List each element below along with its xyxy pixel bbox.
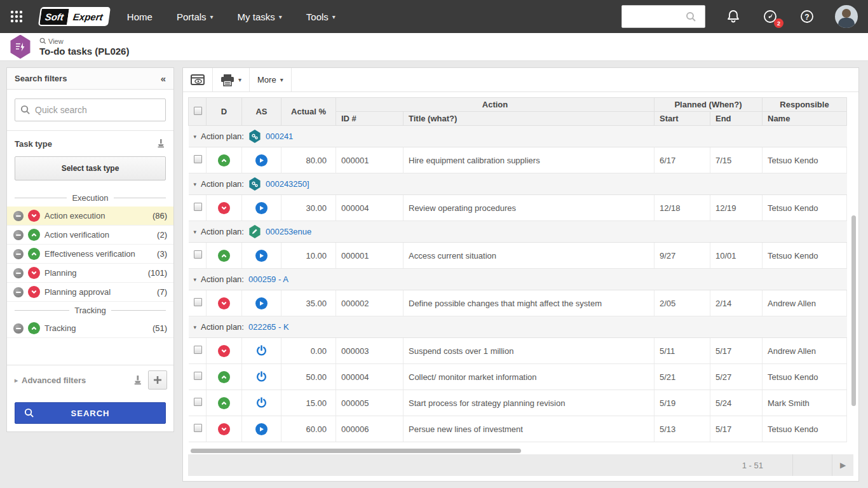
col-header-title[interactable]: Title (what?) (403, 112, 654, 126)
action-plan-link[interactable]: 000253enue (266, 227, 311, 236)
activate-power-icon[interactable] (255, 344, 268, 356)
search-filters-panel: Search filters « Task type Select task t… (6, 67, 174, 432)
page-header: View To-do tasks (PL026) (0, 33, 868, 61)
collapse-group-icon[interactable]: ▾ (194, 324, 197, 330)
action-plan-link[interactable]: 022265 - K (248, 322, 289, 332)
filter-item-action-execution[interactable]: Action execution(86) (7, 207, 173, 226)
collapse-group-icon[interactable]: ▾ (194, 229, 197, 235)
row-checkbox[interactable] (194, 398, 202, 406)
advanced-filters-toggle[interactable]: ▸ Advanced filters (15, 376, 127, 385)
col-header-end[interactable]: End (710, 112, 762, 126)
task-title: Hire equipment calibration suppliers (403, 147, 654, 173)
notifications-bell-icon[interactable] (724, 8, 742, 25)
filter-item-effectiveness-verification[interactable]: Effectiveness verification(3) (7, 245, 173, 264)
col-header-start[interactable]: Start (654, 112, 710, 126)
action-plan-link[interactable]: 000243250] (266, 179, 309, 189)
action-plan-link[interactable]: 000241 (266, 132, 293, 141)
execute-play-icon[interactable] (255, 202, 268, 214)
col-header-d[interactable]: D (207, 98, 242, 126)
execute-play-icon[interactable] (255, 250, 268, 262)
responsible-name: Tetsuo Kendo (763, 364, 847, 390)
col-header-action[interactable]: Action (336, 98, 654, 112)
more-button[interactable]: More ▾ (250, 68, 292, 92)
filter-item-planning[interactable]: Planning(101) (7, 264, 173, 283)
print-button[interactable]: ▾ (213, 68, 250, 92)
row-checkbox[interactable] (194, 346, 202, 354)
user-avatar[interactable] (835, 5, 858, 28)
planned-start: 12/18 (654, 195, 710, 221)
nav-item-home[interactable]: Home (127, 11, 153, 22)
action-plan-link[interactable]: 000259 - A (248, 274, 288, 284)
view-data-button[interactable] (183, 68, 213, 92)
caret-down-icon: ▾ (280, 76, 283, 83)
next-page-button[interactable]: ▶ (832, 454, 853, 476)
task-title: Persue new lines of investment (403, 416, 654, 442)
activate-power-icon[interactable] (255, 370, 268, 383)
row-checkbox[interactable] (194, 424, 202, 432)
execute-play-icon[interactable] (255, 423, 268, 435)
task-row: 60.00000006Persue new lines of investmen… (189, 416, 847, 442)
filter-item-planning-approval[interactable]: Planning approval(7) (7, 283, 173, 302)
nav-item-portals[interactable]: Portals▾ (177, 11, 214, 22)
nav-item-tools[interactable]: Tools▾ (306, 11, 336, 22)
task-row: 35.00000002Define possible changes that … (189, 290, 847, 316)
col-header-id[interactable]: ID # (336, 112, 403, 126)
actual-percent: 30.00 (281, 195, 336, 221)
actual-percent: 15.00 (281, 390, 336, 416)
tasks-table: D AS Actual % Action Planned (When?) Res… (188, 97, 847, 442)
add-filter-button[interactable] (148, 370, 167, 390)
trend-up-icon (28, 229, 40, 241)
col-header-actual[interactable]: Actual % (281, 98, 336, 126)
execute-play-icon[interactable] (255, 154, 268, 166)
trend-down-icon (218, 297, 230, 309)
actual-percent: 35.00 (281, 290, 336, 316)
col-header-name[interactable]: Name (763, 112, 847, 126)
trend-up-icon (218, 250, 230, 262)
row-checkbox[interactable] (194, 203, 202, 211)
pending-tasks-icon[interactable]: 2 (761, 8, 779, 25)
page-title: To-do tasks (PL026) (39, 46, 129, 57)
clear-filter-icon[interactable] (132, 375, 143, 386)
quick-search-input[interactable] (35, 105, 160, 115)
help-icon[interactable]: ? (798, 8, 816, 25)
horizontal-scrollbar[interactable] (191, 449, 521, 453)
filter-item-action-verification[interactable]: Action verification(2) (7, 226, 173, 245)
collapse-group-icon[interactable]: ▾ (194, 181, 197, 187)
collapse-group-icon[interactable]: ▾ (194, 276, 197, 283)
action-plan-group-row[interactable]: ▾ Action plan: 000243250] (189, 173, 847, 195)
task-id: 000001 (336, 147, 403, 173)
pending-count-badge: 2 (774, 18, 783, 28)
planned-end: 5/24 (710, 390, 762, 416)
navbar-menu: HomePortals▾My tasks▾Tools▾ (127, 11, 336, 22)
minus-circle-icon (13, 249, 24, 259)
activate-power-icon[interactable] (255, 396, 268, 409)
execute-play-icon[interactable] (255, 297, 268, 309)
apps-grid-icon[interactable] (0, 0, 33, 33)
row-checkbox[interactable] (194, 372, 202, 380)
action-plan-group-row[interactable]: ▾ Action plan: 000253enue (189, 221, 847, 243)
col-header-as[interactable]: AS (242, 98, 281, 126)
nav-item-my-tasks[interactable]: My tasks▾ (238, 11, 282, 22)
global-search-input[interactable] (622, 7, 686, 26)
clear-filter-icon[interactable] (156, 139, 166, 149)
trend-up-icon (218, 154, 230, 166)
collapse-group-icon[interactable]: ▾ (194, 133, 197, 140)
softexpert-logo[interactable]: SoftExpert (38, 7, 111, 26)
row-checkbox[interactable] (194, 298, 202, 306)
caret-down-icon: ▾ (332, 13, 336, 20)
search-button[interactable]: SEARCH (15, 402, 166, 424)
col-header-planned[interactable]: Planned (When?) (654, 98, 762, 112)
task-title: Start process for strategy planning revi… (403, 390, 654, 416)
action-plan-group-row[interactable]: ▾ Action plan: 022265 - K (189, 316, 847, 338)
row-checkbox[interactable] (194, 250, 202, 259)
action-plan-group-row[interactable]: ▾ Action plan: 000259 - A (189, 269, 847, 290)
select-all-checkbox[interactable] (194, 107, 202, 115)
collapse-panel-icon[interactable]: « (161, 73, 166, 84)
task-title: Define possible changes that might affec… (403, 290, 654, 316)
vertical-scrollbar[interactable] (851, 215, 856, 406)
filter-item-tracking[interactable]: Tracking(51) (7, 319, 173, 338)
select-task-type-button[interactable]: Select task type (15, 156, 166, 180)
col-header-responsible[interactable]: Responsible (763, 98, 847, 112)
row-checkbox[interactable] (194, 155, 202, 163)
action-plan-group-row[interactable]: ▾ Action plan: 000241 (189, 126, 847, 147)
